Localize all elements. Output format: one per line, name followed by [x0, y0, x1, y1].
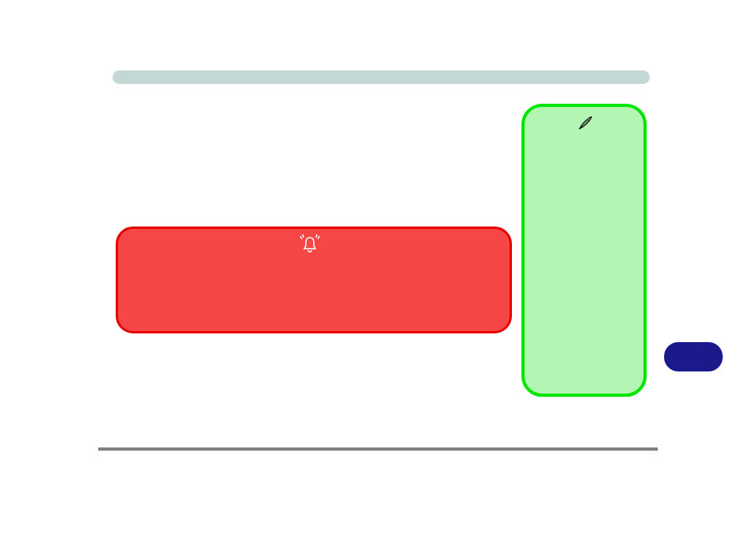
- navy-pill-button[interactable]: [664, 342, 723, 371]
- feather-icon: [578, 115, 594, 131]
- green-panel: [521, 104, 647, 397]
- bottom-divider: [98, 447, 658, 451]
- bell-ringing-icon: [300, 234, 320, 253]
- top-bar: [113, 70, 650, 84]
